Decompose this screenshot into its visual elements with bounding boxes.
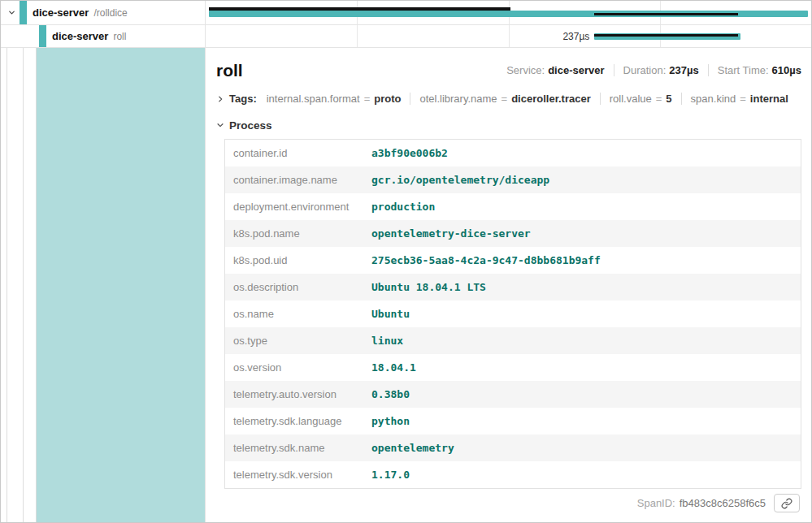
tag-equals: = [502,93,508,105]
chevron-down-icon[interactable] [216,121,224,129]
kv-value: opentelemetry-dice-server [371,227,801,240]
divider [614,64,614,76]
span-row-rolldice[interactable]: dice-server /rolldice [1,1,811,25]
tag-item: otel.library.name = diceroller.tracer [419,93,590,105]
process-table: container.id a3bf90e006b2 container.imag… [224,139,801,489]
spanid-value: fb483c8c6258f6c5 [680,497,766,509]
kv-key: os.type [225,335,371,347]
kv-value: 0.38b0 [371,388,801,400]
service-name: dice-server [33,6,89,19]
kv-value: a3bf90e006b2 [371,147,801,159]
kv-key: container.id [225,147,371,159]
kv-value: 1.17.0 [371,469,801,481]
kv-key: k8s.pod.name [225,227,371,240]
kv-key: os.description [225,281,371,293]
kv-value: 275ecb36-5aa8-4c2a-9c47-d8bb681b9aff [371,254,801,266]
detail-footer: SpanID: fb483c8c6258f6c5 [216,489,801,516]
selected-span-highlight [37,48,205,522]
indent-guide [1,48,7,522]
detail-header: roll Service:dice-server Duration:237µs … [216,59,801,81]
tag-value: diceroller.tracer [511,93,591,105]
tag-equals: = [740,93,746,105]
grid-line [509,25,510,47]
tag-key: internal.span.format [267,93,360,105]
divider [410,93,410,105]
link-icon [781,498,792,509]
timeline-row[interactable]: 237µs [205,25,811,47]
divider [708,64,709,76]
kv-value: linux [371,335,801,347]
table-row: k8s.pod.name opentelemetry-dice-server [225,220,801,247]
kv-key: telemetry.sdk.name [225,442,371,454]
table-row: os.name Ubuntu [225,300,801,327]
table-row: telemetry.auto.version 0.38b0 [225,381,801,408]
tags-label: Tags: [229,93,257,105]
span-title: roll [216,60,243,81]
deep-link-button[interactable] [774,494,800,512]
span-row-roll[interactable]: dice-server roll 237µs [1,25,811,48]
tags-accordion[interactable]: Tags: internal.span.format = proto otel.… [216,91,801,106]
kv-value: production [371,201,801,213]
process-accordion[interactable]: Process [216,119,801,132]
tag-item: roll.value = 5 [610,93,672,105]
tag-key: roll.value [610,93,652,105]
table-row: telemetry.sdk.name opentelemetry [225,434,801,461]
kv-key: telemetry.sdk.language [225,415,371,427]
span-color-strip [20,1,27,24]
kv-key: os.version [225,361,371,374]
kv-value: Ubuntu [371,308,801,320]
overview-duration: Duration:237µs [623,64,699,76]
table-row: container.id a3bf90e006b2 [225,140,801,166]
grid-line [357,25,358,47]
table-row: telemetry.sdk.language python [225,408,801,434]
table-row: k8s.pod.uid 275ecb36-5aa8-4c2a-9c47-d8bb… [225,247,801,274]
tag-key: span.kind [691,93,736,105]
span-name-cell[interactable]: dice-server roll [1,25,205,47]
tag-value: proto [374,93,401,105]
kv-value: opentelemetry [371,442,801,454]
overview-start-time: Start Time:610µs [718,64,801,76]
process-label: Process [229,119,272,132]
overview-value: dice-server [548,64,604,76]
kv-key: telemetry.sdk.version [225,469,371,481]
span-name-cell[interactable]: dice-server /rolldice [1,1,205,24]
span-detail-area: roll Service:dice-server Duration:237µs … [1,48,811,522]
overview-value: 237µs [669,64,698,76]
duration-label: 237µs [539,25,590,47]
critical-path-segment [594,34,738,37]
kv-key: container.image.name [225,174,371,186]
kv-value: gcr.io/opentelemetry/diceapp [371,174,801,186]
table-row: os.description Ubuntu 18.04.1 LTS [225,274,801,300]
chevron-down-icon[interactable] [3,8,20,17]
tag-item: internal.span.format = proto [267,93,402,105]
kv-key: deployment.environment [225,201,371,213]
chevron-right-icon[interactable] [216,95,224,103]
left-gutter [1,48,205,522]
tag-key: otel.library.name [419,93,497,105]
indent-guide [1,25,39,47]
indent-guide [7,48,24,522]
service-name: dice-server [52,30,108,42]
tag-item: span.kind = internal [691,93,788,105]
kv-key: k8s.pod.uid [225,254,371,266]
table-row: os.type linux [225,327,801,354]
span-detail-panel: roll Service:dice-server Duration:237µs … [205,48,811,522]
critical-path-segment [594,13,738,15]
table-row: deployment.environment production [225,193,801,220]
overview-value: 610µs [772,64,801,76]
overview-label: Service: [506,64,545,76]
overview-label: Start Time: [718,64,769,76]
divider [681,93,682,105]
span-color-strip [39,25,46,47]
kv-value: Ubuntu 18.04.1 LTS [371,281,801,293]
operation-name: /rolldice [93,7,127,19]
tag-value: 5 [666,93,671,105]
tag-equals: = [656,93,662,105]
timeline-row[interactable] [205,1,811,24]
indent-guide [24,48,37,522]
kv-key: telemetry.auto.version [225,388,371,400]
kv-value: python [371,415,801,427]
operation-name: roll [113,31,126,42]
divider [600,93,601,105]
spanid-label: SpanID: [637,497,675,509]
